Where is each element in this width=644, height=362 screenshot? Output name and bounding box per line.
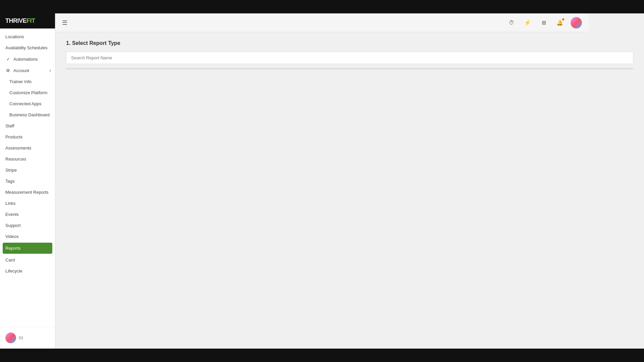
sidebar-item-label: Tags <box>5 179 14 184</box>
sidebar-item-label: Videos <box>5 234 19 239</box>
sidebar-item-staff[interactable]: Staff <box>0 120 55 131</box>
top-bar <box>0 0 644 13</box>
main-wrapper: ☰ ⏱ ⚡ ⊞ 🔔 1. Select Report Type <box>55 13 644 349</box>
sidebar-item-stripe[interactable]: Stripe <box>0 165 55 176</box>
search-input[interactable] <box>66 52 633 64</box>
sidebar-item-label: Measurement Reports <box>5 190 49 195</box>
bell-icon-btn[interactable]: 🔔 <box>554 17 565 28</box>
sidebar-item-icon: ✓ <box>5 56 11 62</box>
logo-text: THRIVEFIT <box>5 17 35 24</box>
sidebar-item-label: Assessments <box>5 145 31 150</box>
avatar-label: 53 <box>19 336 23 340</box>
sidebar-item-label: Support <box>5 223 21 228</box>
sidebar-bottom-avatar[interactable]: 53 <box>3 330 52 346</box>
sidebar-item-links[interactable]: Links <box>0 198 55 209</box>
sidebar: THRIVEFIT LocationsAvailability Schedule… <box>0 13 55 349</box>
sidebar-item-tags[interactable]: Tags <box>0 176 55 187</box>
sidebar-item-label: Business Dashboard <box>9 112 50 117</box>
sidebar-item-label: Card <box>5 257 15 262</box>
logo: THRIVEFIT <box>0 13 55 28</box>
report-list <box>66 69 633 69</box>
lightning-icon-btn[interactable]: ⚡ <box>522 17 533 28</box>
sidebar-item-label: Trainer Info <box>9 79 32 84</box>
sidebar-item-label: Automations <box>13 57 38 62</box>
sidebar-item-videos[interactable]: Videos <box>0 231 55 242</box>
sidebar-item-label: Lifecycle <box>5 268 22 274</box>
sidebar-item-automations[interactable]: ✓Automations <box>0 53 55 65</box>
sidebar-item-label: Events <box>5 212 19 217</box>
sidebar-item-reports[interactable]: Reports <box>3 243 52 254</box>
sidebar-item-measurement-reports[interactable]: Measurement Reports <box>0 187 55 198</box>
sidebar-item-account[interactable]: ⚙Account <box>0 65 55 76</box>
timer-icon-btn[interactable]: ⏱ <box>506 17 517 28</box>
sidebar-item-label: Stripe <box>5 168 17 173</box>
sidebar-item-trainer-info[interactable]: Trainer Info <box>0 76 55 87</box>
sidebar-item-card[interactable]: Card <box>0 254 55 265</box>
sidebar-item-support[interactable]: Support <box>0 220 55 231</box>
sidebar-item-events[interactable]: Events <box>0 209 55 220</box>
sidebar-item-label: Resources <box>5 157 26 162</box>
menu-icon[interactable]: ☰ <box>62 19 67 26</box>
sidebar-item-label: Products <box>5 134 22 139</box>
grid-icon-btn[interactable]: ⊞ <box>538 17 549 28</box>
app-container: THRIVEFIT LocationsAvailability Schedule… <box>0 13 644 349</box>
sidebar-item-label: Locations <box>5 34 24 39</box>
sidebar-item-customize-platform[interactable]: Customize Platform <box>0 87 55 98</box>
sidebar-item-label: Reports <box>5 246 21 251</box>
header-avatar[interactable] <box>571 17 582 28</box>
sidebar-item-label: Staff <box>5 123 14 128</box>
sidebar-item-label: Customize Platform <box>9 90 47 95</box>
sidebar-item-business-dashboard[interactable]: Business Dashboard <box>0 109 55 120</box>
section-title: 1. Select Report Type <box>66 40 633 46</box>
sidebar-item-icon: ⚙ <box>5 68 11 73</box>
sidebar-item-locations[interactable]: Locations <box>0 31 55 42</box>
sidebar-item-label: Connected Apps <box>9 101 41 106</box>
sidebar-item-label: Availability Schedules <box>5 45 48 50</box>
sidebar-item-products[interactable]: Products <box>0 131 55 142</box>
sidebar-item-connected-apps[interactable]: Connected Apps <box>0 98 55 109</box>
sidebar-item-availability-schedules[interactable]: Availability Schedules <box>0 42 55 53</box>
sidebar-item-label: Links <box>5 201 15 206</box>
sidebar-item-label: Account <box>13 68 29 73</box>
main-content: 1. Select Report Type <box>55 32 644 349</box>
bottom-bar <box>0 349 644 362</box>
user-avatar <box>5 333 16 343</box>
sidebar-item-assessments[interactable]: Assessments <box>0 142 55 154</box>
sidebar-nav: LocationsAvailability Schedules✓Automati… <box>0 28 55 327</box>
sidebar-item-resources[interactable]: Resources <box>0 154 55 165</box>
sidebar-bottom: 53 <box>0 327 55 349</box>
notification-badge <box>562 18 565 21</box>
sidebar-item-lifecycle[interactable]: Lifecycle <box>0 265 55 277</box>
header: ☰ ⏱ ⚡ ⊞ 🔔 <box>55 13 589 32</box>
header-icons: ⏱ ⚡ ⊞ 🔔 <box>506 17 582 28</box>
